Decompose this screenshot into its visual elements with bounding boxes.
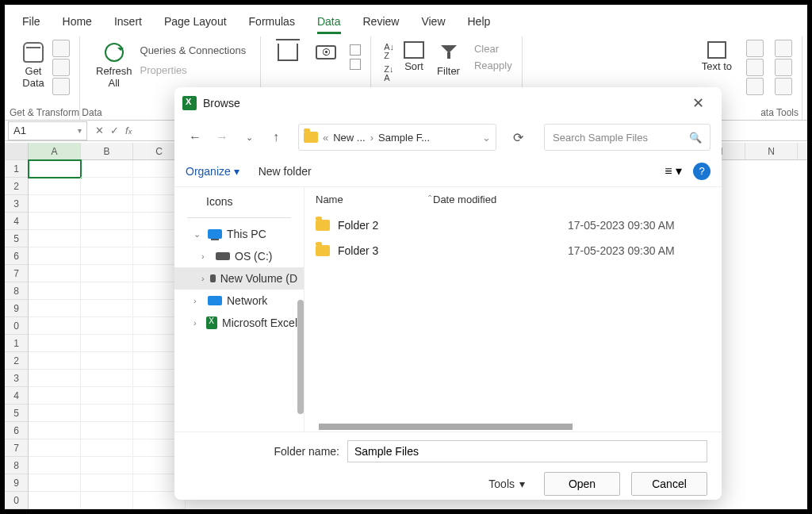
menu-page-layout[interactable]: Page Layout (153, 10, 238, 33)
row-header[interactable]: 7 (5, 439, 28, 457)
name-box[interactable]: A1 ▾ (8, 121, 87, 140)
expand-icon[interactable]: › (193, 296, 203, 305)
tree-os-c[interactable]: › OS (C:) (174, 245, 304, 267)
search-input[interactable]: Search Sample Files 🔍 (544, 124, 710, 151)
back-button[interactable]: ← (186, 128, 205, 147)
chevron-down-icon[interactable]: ⌄ (482, 132, 491, 144)
accept-formula-icon[interactable]: ✓ (110, 125, 119, 136)
dialog-title: Browse (203, 97, 240, 109)
datatype-nav-up-icon[interactable] (350, 44, 361, 56)
col-b[interactable]: B (81, 143, 133, 159)
clear-button[interactable]: Clear (474, 43, 512, 55)
row-header[interactable]: 2 (5, 178, 28, 195)
file-row[interactable]: Folder 2 17-05-2023 09:30 AM (304, 213, 722, 238)
expand-icon[interactable]: › (201, 274, 205, 283)
breadcrumb[interactable]: « New ... › Sample F... ⌄ (298, 124, 496, 151)
get-data-button[interactable]: Get Data (19, 40, 48, 90)
crumb-1[interactable]: New ... (333, 132, 365, 144)
file-hscrollbar[interactable] (319, 424, 722, 432)
folder-icon (304, 132, 318, 143)
collapse-icon[interactable]: ⌄ (193, 229, 203, 240)
cell-a1[interactable] (29, 160, 81, 178)
queries-group: Queries & Connections Properties (136, 40, 251, 78)
menu-file[interactable]: File (11, 10, 52, 33)
row-header[interactable]: 1 (5, 335, 28, 352)
col-a[interactable]: A (29, 143, 81, 159)
folder-name-input[interactable]: Sample Files (347, 440, 707, 462)
tree-excel[interactable]: › Microsoft Excel (174, 312, 304, 334)
close-icon[interactable]: ✕ (682, 87, 714, 119)
from-web-icon[interactable] (52, 59, 70, 76)
menu-help[interactable]: Help (457, 10, 502, 33)
row-header[interactable]: 5 (5, 405, 28, 422)
row-header[interactable]: 6 (5, 247, 28, 265)
tree-scrollbar[interactable] (297, 300, 304, 414)
row-header[interactable]: 1 (5, 160, 28, 178)
open-button[interactable]: Open (544, 472, 620, 496)
properties-button[interactable]: Properties (136, 63, 192, 78)
tools-dropdown[interactable]: Tools ▾ (488, 478, 525, 490)
consolidate-icon[interactable] (775, 40, 792, 57)
row-header[interactable]: 7 (5, 265, 28, 282)
refresh-all-button[interactable]: Refresh All (93, 40, 136, 90)
fx-icon[interactable]: fx (125, 125, 132, 136)
reapply-button[interactable]: Reapply (474, 59, 512, 71)
menu-view[interactable]: View (410, 10, 456, 33)
menu-review[interactable]: Review (352, 10, 411, 33)
row-header[interactable]: 8 (5, 457, 28, 474)
tree-new-volume[interactable]: › New Volume (D (174, 267, 304, 290)
select-all-corner[interactable] (5, 143, 28, 160)
menu-home[interactable]: Home (52, 10, 103, 33)
recent-dropdown-icon[interactable]: ⌄ (239, 128, 259, 147)
col-n[interactable]: N (745, 143, 798, 159)
expand-icon[interactable]: › (201, 251, 211, 261)
tree-network[interactable]: › Network (174, 290, 304, 312)
help-icon[interactable]: ? (693, 163, 710, 180)
file-row[interactable]: Folder 3 17-05-2023 09:30 AM (304, 238, 722, 263)
row-header[interactable]: 3 (5, 370, 28, 387)
row-header[interactable]: 5 (5, 230, 28, 247)
tree-icons[interactable]: Icons (174, 190, 304, 213)
text-to-columns-button[interactable]: Text to (699, 40, 735, 74)
row-header[interactable]: 0 (5, 492, 28, 509)
crumb-2[interactable]: Sample F... (378, 132, 430, 144)
remove-dup-icon[interactable] (746, 59, 764, 76)
row-header[interactable]: 0 (5, 317, 28, 335)
stocks-button[interactable] (274, 40, 302, 65)
row-header[interactable]: 6 (5, 422, 28, 439)
from-text-icon[interactable] (52, 40, 70, 57)
row-header[interactable]: 9 (5, 300, 28, 317)
cancel-formula-icon[interactable]: ✕ (95, 125, 104, 136)
new-folder-button[interactable]: New folder (259, 165, 312, 178)
header-date[interactable]: Date modified (433, 194, 710, 205)
currencies-button[interactable]: ⦿ (312, 40, 340, 65)
row-header[interactable]: 4 (5, 387, 28, 405)
menu-data[interactable]: Data (306, 10, 352, 33)
row-header[interactable]: 4 (5, 213, 28, 230)
relationships-icon[interactable] (775, 59, 792, 76)
queries-connections-button[interactable]: Queries & Connections (136, 43, 251, 58)
row-header[interactable]: 8 (5, 282, 28, 300)
forward-button[interactable]: → (213, 128, 232, 147)
organize-button[interactable]: Organize ▾ (186, 165, 239, 178)
data-model-icon[interactable] (775, 78, 792, 95)
datatype-nav-down-icon[interactable] (350, 59, 361, 70)
sort-desc-icon[interactable]: Z↓A (384, 65, 394, 82)
sort-asc-icon[interactable]: A↓Z (384, 43, 394, 60)
up-button[interactable]: ↑ (266, 128, 285, 147)
row-header[interactable]: 9 (5, 474, 28, 492)
refresh-button[interactable]: ⟳ (504, 124, 531, 151)
menu-insert[interactable]: Insert (103, 10, 153, 33)
menu-formulas[interactable]: Formulas (238, 10, 306, 33)
tree-this-pc[interactable]: ⌄ This PC (174, 223, 304, 245)
row-header[interactable]: 2 (5, 352, 28, 370)
cancel-button[interactable]: Cancel (631, 472, 707, 496)
validation-icon[interactable] (746, 78, 764, 95)
from-table-icon[interactable] (52, 78, 70, 95)
row-header[interactable]: 3 (5, 195, 28, 213)
flash-fill-icon[interactable] (746, 40, 764, 57)
sort-button[interactable]: Sort (400, 40, 427, 74)
filter-button[interactable]: Filter (434, 40, 463, 79)
view-mode-icon[interactable]: ≡ ▾ (665, 163, 682, 178)
expand-icon[interactable]: › (193, 318, 201, 328)
